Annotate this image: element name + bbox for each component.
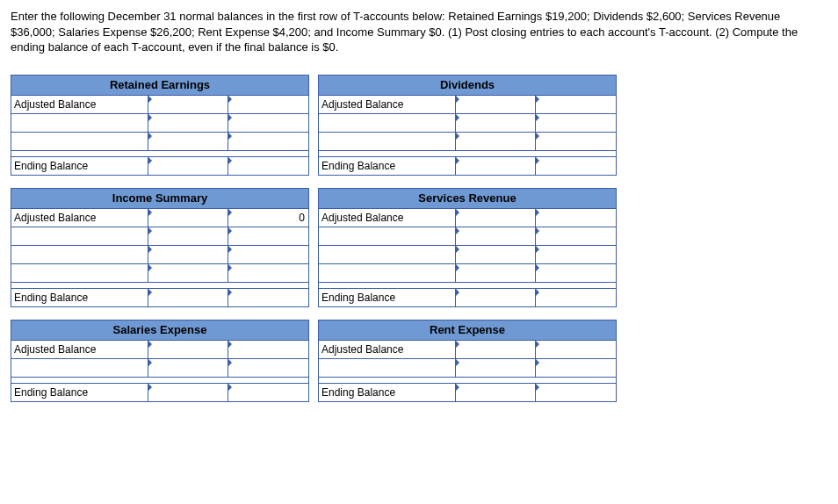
adjusted-credit-cell[interactable] [536,208,617,227]
ending-debit-input[interactable] [456,289,536,306]
adjusted-credit-cell[interactable] [228,208,309,227]
entry-cell[interactable] [319,263,456,282]
entry-debit-cell[interactable] [455,227,536,245]
entry-cell[interactable] [11,263,148,282]
entry-credit-input[interactable] [536,359,616,377]
ending-credit-input[interactable] [228,289,308,306]
adjusted-credit-cell[interactable] [536,340,617,358]
adjusted-debit-input[interactable] [148,341,228,358]
adjusted-credit-input[interactable] [228,209,308,227]
entry-debit-cell[interactable] [148,227,228,245]
ending-debit-input[interactable] [148,289,228,306]
adjusted-credit-input[interactable] [536,96,616,113]
entry-credit-input[interactable] [536,133,616,150]
ending-credit-input[interactable] [228,384,308,401]
adjusted-debit-input[interactable] [456,341,536,358]
entry-debit-input[interactable] [148,114,228,132]
ending-debit-cell[interactable] [148,156,228,175]
entry-credit-cell[interactable] [536,113,617,132]
entry-credit-cell[interactable] [228,358,309,377]
ending-debit-input[interactable] [148,157,228,175]
entry-debit-cell[interactable] [148,358,228,377]
entry-cell[interactable] [11,113,148,132]
entry-debit-input[interactable] [148,246,228,263]
entry-debit-cell[interactable] [148,263,228,282]
ending-credit-cell[interactable] [536,383,617,401]
ending-debit-cell[interactable] [455,288,536,306]
entry-credit-cell[interactable] [536,132,617,150]
entry-debit-input[interactable] [456,133,536,150]
adjusted-credit-cell[interactable] [228,95,309,113]
entry-debit-input[interactable] [456,264,536,282]
adjusted-debit-cell[interactable] [148,208,228,227]
adjusted-debit-input[interactable] [148,96,228,113]
entry-credit-input[interactable] [536,227,616,245]
entry-cell[interactable] [319,113,456,132]
adjusted-credit-input[interactable] [536,209,616,227]
entry-debit-input[interactable] [148,227,228,245]
entry-credit-input[interactable] [228,133,308,150]
entry-debit-cell[interactable] [148,132,228,150]
entry-credit-input[interactable] [228,359,308,377]
entry-cell[interactable] [11,245,148,263]
entry-cell[interactable] [11,358,148,377]
entry-debit-input[interactable] [148,264,228,282]
ending-debit-input[interactable] [148,384,228,401]
ending-debit-input[interactable] [456,157,536,175]
entry-credit-cell[interactable] [228,263,309,282]
entry-credit-cell[interactable] [228,227,309,245]
entry-debit-cell[interactable] [455,245,536,263]
entry-credit-input[interactable] [536,246,616,263]
adjusted-credit-cell[interactable] [228,340,309,358]
entry-debit-cell[interactable] [455,132,536,150]
entry-credit-cell[interactable] [536,227,617,245]
ending-credit-cell[interactable] [228,383,309,401]
ending-credit-cell[interactable] [228,156,309,175]
ending-debit-cell[interactable] [148,383,228,401]
adjusted-debit-cell[interactable] [148,95,228,113]
entry-credit-input[interactable] [228,264,308,282]
ending-credit-input[interactable] [536,157,616,175]
entry-credit-cell[interactable] [228,132,309,150]
entry-credit-cell[interactable] [536,245,617,263]
adjusted-debit-cell[interactable] [455,208,536,227]
entry-debit-cell[interactable] [148,245,228,263]
adjusted-debit-cell[interactable] [455,95,536,113]
entry-cell[interactable] [319,358,456,377]
entry-credit-input[interactable] [536,264,616,282]
entry-debit-input[interactable] [456,246,536,263]
adjusted-debit-input[interactable] [456,209,536,227]
ending-debit-cell[interactable] [455,383,536,401]
entry-debit-input[interactable] [456,227,536,245]
adjusted-debit-cell[interactable] [148,340,228,358]
adjusted-credit-input[interactable] [228,96,308,113]
entry-credit-cell[interactable] [536,358,617,377]
adjusted-credit-cell[interactable] [536,95,617,113]
ending-credit-cell[interactable] [228,288,309,306]
entry-debit-cell[interactable] [455,113,536,132]
ending-debit-cell[interactable] [455,156,536,175]
entry-credit-input[interactable] [536,114,616,132]
adjusted-credit-input[interactable] [536,341,616,358]
entry-credit-input[interactable] [228,114,308,132]
ending-credit-cell[interactable] [536,288,617,306]
entry-debit-input[interactable] [456,359,536,377]
adjusted-debit-input[interactable] [148,209,228,227]
entry-cell[interactable] [11,227,148,245]
entry-debit-cell[interactable] [455,358,536,377]
entry-cell[interactable] [319,132,456,150]
entry-debit-input[interactable] [148,359,228,377]
entry-cell[interactable] [319,245,456,263]
ending-credit-input[interactable] [536,384,616,401]
entry-cell[interactable] [319,227,456,245]
adjusted-debit-cell[interactable] [455,340,536,358]
entry-credit-cell[interactable] [228,245,309,263]
entry-debit-cell[interactable] [455,263,536,282]
entry-credit-input[interactable] [228,246,308,263]
adjusted-debit-input[interactable] [456,96,536,113]
ending-debit-cell[interactable] [148,288,228,306]
entry-credit-input[interactable] [228,227,308,245]
entry-credit-cell[interactable] [228,113,309,132]
entry-credit-cell[interactable] [536,263,617,282]
entry-debit-input[interactable] [456,114,536,132]
